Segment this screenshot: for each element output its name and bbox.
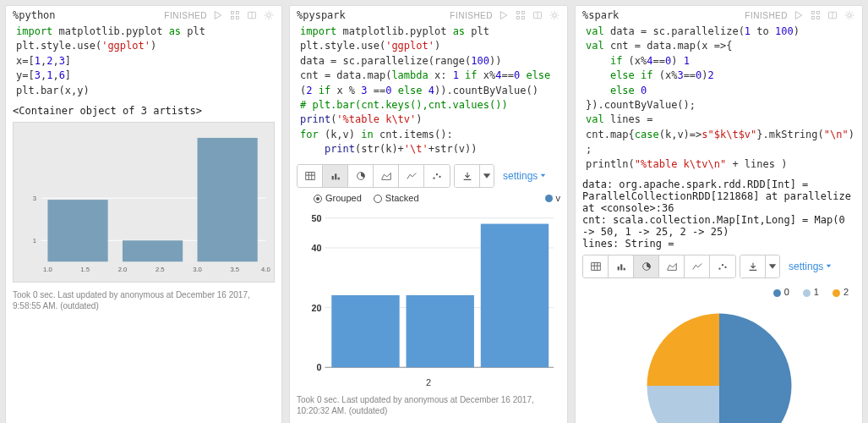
svg-marker-74	[769, 264, 776, 269]
stdout-text: <Container object of 3 artists>	[13, 105, 275, 117]
download-caret-icon[interactable]	[480, 165, 494, 187]
cell-header: %python FINISHED	[13, 9, 275, 21]
svg-rect-24	[517, 12, 520, 14]
svg-rect-67	[617, 266, 619, 270]
svg-text:20: 20	[312, 302, 322, 312]
gear-icon[interactable]	[549, 9, 560, 21]
svg-rect-56	[812, 12, 815, 14]
stacked-radio[interactable]: Stacked	[374, 193, 419, 203]
viz-bar-icon[interactable]	[323, 165, 348, 187]
stdout-text: data: org.apache.spark.rdd.RDD[Int] = Pa…	[582, 179, 855, 250]
svg-point-73	[724, 266, 726, 268]
viz-bar-icon[interactable]	[609, 255, 634, 277]
svg-rect-69	[623, 268, 625, 271]
svg-text:1.5: 1.5	[80, 266, 90, 273]
gear-icon[interactable]	[843, 9, 855, 21]
svg-point-39	[433, 177, 434, 179]
svg-rect-58	[812, 17, 815, 19]
book-icon[interactable]	[532, 9, 543, 21]
mpl-bar-chart: 1 3 1.0 1.5 2.0 2.5 3.0 3.5 4.0	[13, 122, 275, 283]
svg-rect-54	[481, 223, 549, 367]
viz-table-icon[interactable]	[583, 255, 609, 277]
svg-text:50: 50	[312, 212, 322, 222]
svg-marker-23	[500, 12, 507, 19]
book-icon[interactable]	[246, 9, 258, 21]
viz-area-icon[interactable]	[659, 255, 685, 277]
svg-rect-26	[517, 17, 520, 19]
svg-marker-55	[795, 12, 802, 19]
viz-toolbar: settings	[582, 255, 855, 278]
viz-pie-icon[interactable]	[348, 165, 374, 187]
pie-chart-wrap: 0 1 2	[582, 282, 855, 423]
expand-icon[interactable]	[810, 9, 822, 21]
svg-rect-35	[331, 176, 333, 179]
viz-scatter-icon[interactable]	[710, 255, 735, 277]
svg-rect-53	[407, 295, 474, 367]
svg-rect-59	[817, 17, 820, 19]
svg-rect-31	[305, 172, 314, 179]
svg-rect-4	[237, 17, 239, 19]
download-icon[interactable]	[455, 165, 480, 187]
gear-icon[interactable]	[263, 9, 275, 21]
svg-rect-27	[522, 17, 525, 19]
svg-rect-2	[237, 12, 239, 14]
settings-label: settings	[789, 261, 823, 272]
viz-pie-icon[interactable]	[634, 255, 659, 277]
svg-text:2.5: 2.5	[156, 266, 165, 273]
svg-rect-68	[620, 264, 622, 270]
interpreter-label: %spark	[582, 9, 619, 21]
expand-icon[interactable]	[515, 9, 527, 21]
viz-table-icon[interactable]	[298, 165, 323, 187]
book-icon[interactable]	[827, 9, 838, 21]
status-text: FINISHED	[450, 11, 493, 20]
code-block[interactable]: import matplotlib.pyplot as plt plt.styl…	[16, 25, 275, 98]
download-icon[interactable]	[740, 255, 766, 277]
svg-point-40	[436, 173, 438, 175]
download-caret-icon[interactable]	[766, 255, 779, 277]
chart-legend: Grouped Stacked v	[314, 193, 560, 203]
svg-marker-42	[483, 173, 490, 179]
svg-text:0: 0	[316, 362, 321, 372]
settings-link[interactable]: settings	[789, 261, 833, 272]
run-icon[interactable]	[212, 9, 224, 21]
svg-rect-11	[47, 200, 107, 261]
svg-marker-0	[215, 12, 221, 19]
pie-chart	[639, 305, 800, 423]
xaxis-label: 2	[297, 377, 560, 387]
cell-header: %pyspark FINISHED	[297, 9, 560, 21]
svg-rect-3	[232, 17, 234, 19]
svg-point-72	[722, 264, 723, 266]
legend-item: 0	[773, 287, 789, 297]
status-text: FINISHED	[745, 11, 788, 20]
cell-meta: Took 0 sec. Last updated by anonymous at…	[297, 394, 560, 416]
svg-rect-36	[335, 173, 336, 179]
svg-text:1.0: 1.0	[43, 266, 52, 273]
viz-scatter-icon[interactable]	[424, 165, 450, 187]
svg-rect-57	[817, 12, 820, 14]
viz-line-icon[interactable]	[399, 165, 424, 187]
svg-marker-43	[541, 174, 545, 178]
svg-text:40: 40	[312, 243, 322, 253]
svg-rect-37	[337, 177, 339, 179]
code-block[interactable]: val data = sc.parallelize(1 to 100) val …	[586, 25, 855, 172]
status-text: FINISHED	[164, 11, 207, 20]
interpreter-label: %pyspark	[297, 9, 346, 21]
svg-text:3: 3	[33, 195, 36, 202]
settings-label: settings	[503, 170, 538, 182]
run-icon[interactable]	[793, 9, 805, 21]
viz-line-icon[interactable]	[685, 255, 710, 277]
series-legend: v	[545, 193, 561, 203]
cell-meta: Took 0 sec. Last updated by anonymous at…	[13, 289, 275, 311]
cell-spark: %spark FINISHED val data = sc.paralleliz…	[575, 5, 863, 423]
cell-pyspark: %pyspark FINISHED import matplotlib.pypl…	[289, 5, 568, 423]
expand-icon[interactable]	[229, 9, 241, 21]
settings-link[interactable]: settings	[503, 170, 547, 182]
svg-marker-75	[827, 265, 831, 268]
run-icon[interactable]	[498, 9, 510, 21]
svg-point-62	[848, 14, 852, 18]
svg-point-71	[718, 267, 720, 269]
code-block[interactable]: import matplotlib.pyplot as plt plt.styl…	[300, 25, 560, 157]
grouped-radio[interactable]: Grouped	[314, 193, 362, 203]
svg-rect-1	[232, 12, 234, 14]
viz-area-icon[interactable]	[374, 165, 399, 187]
